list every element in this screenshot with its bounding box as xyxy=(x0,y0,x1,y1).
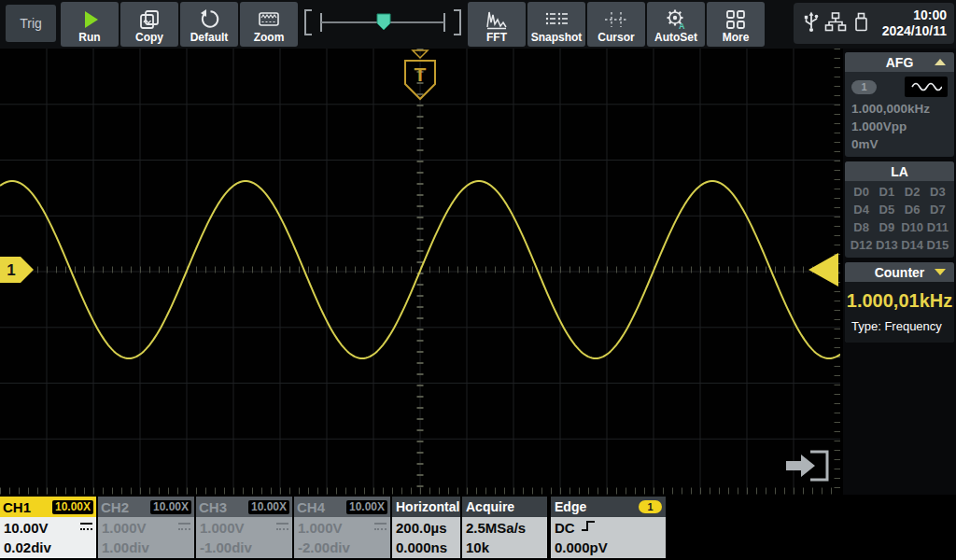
afg-panel-header[interactable]: AFG xyxy=(845,52,954,72)
usb-drive-icon xyxy=(850,11,872,36)
counter-panel-body: 1.000,01kHz Type: Frequency xyxy=(845,282,954,343)
probe-badge: 10.00X xyxy=(248,500,289,514)
enter-zone-icon[interactable] xyxy=(786,452,827,480)
afg-panel-body: 1 1.000,000kHz 1.000Vpp 0mV xyxy=(845,72,954,157)
fft-button[interactable]: FFT xyxy=(468,2,526,47)
la-panel-header[interactable]: LA xyxy=(845,161,954,181)
channel1-position-marker[interactable]: 1 xyxy=(0,257,34,283)
la-channel-label: D7 xyxy=(925,203,950,217)
counter-panel-header[interactable]: Counter xyxy=(845,262,954,282)
gear-icon: A xyxy=(665,7,687,32)
snapshot-button[interactable]: Snapshot xyxy=(527,2,585,47)
horizontal-panel[interactable]: Horizontal 200.0µs 0.000ns xyxy=(392,497,460,558)
trigger-coupling: DC xyxy=(555,518,575,538)
copy-button[interactable]: Copy xyxy=(120,2,178,47)
la-channel-label: D12 xyxy=(849,238,874,252)
ch2-scale: 1.000V xyxy=(102,518,147,538)
datetime: 10:00 2024/10/11 xyxy=(882,7,947,39)
more-button[interactable]: More xyxy=(707,2,765,47)
ch3-offset: -1.00div xyxy=(200,538,252,557)
la-channel-label: D1 xyxy=(874,185,899,199)
ch3-scale: 1.000V xyxy=(200,518,245,538)
channel3-panel[interactable]: CH3 10.00X 1.000V -1.00div xyxy=(196,497,292,558)
fft-spectrum-icon xyxy=(485,7,508,32)
la-channel-label: D10 xyxy=(900,220,925,234)
default-button[interactable]: Default xyxy=(180,2,238,47)
probe-badge: 10.00X xyxy=(150,500,191,514)
cursor-crosshair-icon xyxy=(604,7,628,32)
la-channel-label: D14 xyxy=(900,238,925,252)
trigger-level-marker[interactable] xyxy=(808,253,838,287)
top-toolbar: Trig Run Copy Default Zoom xyxy=(0,0,956,49)
dc-coupling-icon xyxy=(374,523,387,533)
usb-icon xyxy=(801,11,822,36)
dc-coupling-icon xyxy=(276,523,288,533)
waveform-display: T 1 xyxy=(0,49,840,495)
la-channel-label: D5 xyxy=(874,203,899,217)
zoom-waveform-icon xyxy=(258,7,280,32)
la-channel-label: D8 xyxy=(849,220,874,234)
counter-type: Type: Frequency xyxy=(845,319,954,343)
svg-text:1: 1 xyxy=(7,261,15,279)
trigger-source-badge: 1 xyxy=(639,500,662,513)
afg-amplitude: 1.000Vpp xyxy=(851,118,948,135)
trig-button[interactable]: Trig xyxy=(6,5,56,42)
channel2-panel[interactable]: CH2 10.00X 1.000V 1.00div xyxy=(98,497,194,558)
sine-icon xyxy=(905,77,948,97)
ch4-offset: -2.00div xyxy=(298,538,350,557)
ch2-offset: 1.00div xyxy=(102,538,149,557)
snapshot-list-icon xyxy=(544,7,569,32)
cursor-button[interactable]: Cursor xyxy=(587,2,645,47)
reset-icon xyxy=(198,7,220,32)
autoset-button[interactable]: A AutoSet xyxy=(647,2,705,47)
la-channel-label: D9 xyxy=(874,220,899,234)
ch1-offset: 0.02div xyxy=(4,538,51,557)
bottom-status-bar: CH1 10.00X 10.00V 0.02div CH2 10.00X 1.0… xyxy=(0,495,956,560)
afg-offset: 0mV xyxy=(851,135,948,153)
timebase-value: 200.0µs xyxy=(396,518,457,538)
trigger-level-value: 0.000pV xyxy=(555,538,662,557)
right-sidebar: AFG 1 1.000,000kHz 1.000Vpp 0mV LA D0D1D… xyxy=(843,49,956,495)
collapse-arrow-icon xyxy=(935,59,946,65)
trig-label: Trig xyxy=(20,16,42,31)
play-icon xyxy=(78,7,101,32)
svg-text:A: A xyxy=(679,21,685,31)
la-channel-label: D15 xyxy=(925,238,950,252)
afg-panel: AFG 1 1.000,000kHz 1.000Vpp 0mV xyxy=(845,52,954,157)
acquire-panel[interactable]: Acquire 2.5MSa/s 10k xyxy=(462,497,547,558)
slider-thumb[interactable] xyxy=(377,14,390,30)
sample-rate-value: 2.5MSa/s xyxy=(466,518,543,538)
probe-badge: 10.00X xyxy=(346,500,387,514)
probe-badge: 10.00X xyxy=(52,500,93,514)
channel1-panel[interactable]: CH1 10.00X 10.00V 0.02div xyxy=(0,497,96,558)
dc-coupling-icon xyxy=(80,523,92,533)
horizontal-position-slider[interactable] xyxy=(301,0,465,45)
la-channel-label: D0 xyxy=(849,185,874,199)
channel4-panel[interactable]: CH4 10.00X 1.000V -2.00div xyxy=(294,497,390,558)
oscilloscope-screen: { "topbar": { "trig": "Trig", "left_butt… xyxy=(0,0,956,560)
memory-depth-value: 10k xyxy=(466,538,543,557)
status-area: 10:00 2024/10/11 xyxy=(794,3,954,44)
clock-time: 10:00 xyxy=(882,7,947,23)
copy-icon xyxy=(138,7,161,32)
la-grid: D0D1D2D3D4D5D6D7D8D9D10D11D12D13D14D15 xyxy=(845,181,954,258)
dc-coupling-icon xyxy=(178,523,190,533)
more-grid-icon xyxy=(724,7,747,32)
svg-text:T: T xyxy=(415,63,427,85)
la-channel-label: D13 xyxy=(874,238,899,252)
la-channel-label: D2 xyxy=(900,185,925,199)
lan-icon xyxy=(824,11,847,36)
counter-panel: Counter 1.000,01kHz Type: Frequency xyxy=(845,262,954,343)
expand-arrow-icon xyxy=(935,269,946,275)
zoom-button[interactable]: Zoom xyxy=(240,2,298,47)
afg-channel-badge: 1 xyxy=(851,80,877,94)
trigger-panel[interactable]: Edge 1 DC 0.000pV xyxy=(551,497,666,558)
ch4-scale: 1.000V xyxy=(298,518,343,538)
la-channel-label: D6 xyxy=(900,203,925,217)
la-channel-label: D3 xyxy=(925,185,950,199)
la-panel: LA D0D1D2D3D4D5D6D7D8D9D10D11D12D13D14D1… xyxy=(845,161,954,258)
counter-value: 1.000,01kHz xyxy=(845,282,954,319)
run-button[interactable]: Run xyxy=(61,2,119,47)
la-channel-label: D11 xyxy=(925,220,950,234)
afg-frequency: 1.000,000kHz xyxy=(851,100,948,118)
